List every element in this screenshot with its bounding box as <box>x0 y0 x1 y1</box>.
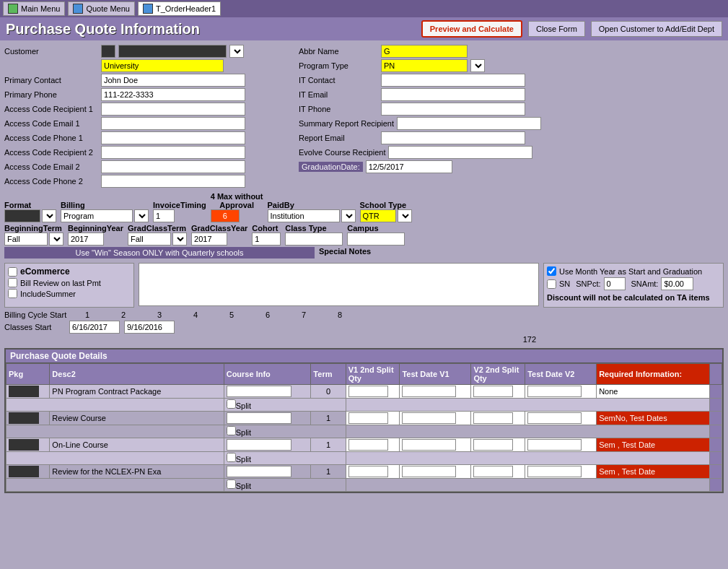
bill-review-checkbox-row: Bill Review on last Pmt <box>8 278 131 287</box>
billing-section: Billing ▼ <box>61 201 149 222</box>
sn-row: SN SNPct: SNAmt: <box>547 277 720 290</box>
school-type-dropdown[interactable]: ▼ <box>398 209 412 222</box>
col-term: Term <box>311 364 346 385</box>
col-v1-split: V1 2nd Split Qty <box>346 364 400 385</box>
tab-order-header[interactable]: T_OrderHeader1 <box>138 1 221 16</box>
classes-start-2-input[interactable] <box>124 321 175 334</box>
access-code-phone2-input[interactable] <box>101 175 245 188</box>
paid-by-input[interactable] <box>268 209 340 222</box>
tab-quote-menu[interactable]: Quote Menu <box>68 1 135 16</box>
special-notes-label: Special Notes <box>319 247 724 256</box>
ecommerce-panel: eCommerce Bill Review on last Pmt Includ… <box>4 263 134 308</box>
access-code-recipient1-input[interactable] <box>101 103 245 116</box>
format-dropdown[interactable]: ▼ <box>42 209 56 222</box>
ecommerce-checkbox[interactable] <box>8 267 17 277</box>
beginning-year-input[interactable] <box>68 233 104 246</box>
paid-by-dropdown[interactable]: ▼ <box>341 209 356 222</box>
v2-split-input-2[interactable] <box>473 439 513 451</box>
snamt-input[interactable] <box>661 277 693 290</box>
grad-date-input[interactable] <box>366 160 452 173</box>
test-date-v2-input-3[interactable] <box>527 466 582 477</box>
school-type-input[interactable] <box>360 209 396 222</box>
paid-by-section: PaidBy ▼ <box>268 201 356 222</box>
customer-name-input[interactable] <box>118 45 227 58</box>
v1-split-input-2[interactable] <box>348 439 388 451</box>
v1-split-input-1[interactable] <box>348 412 388 424</box>
customer-id-input[interactable] <box>101 45 115 58</box>
course-info-input-0[interactable] <box>227 386 291 397</box>
campus-input[interactable] <box>347 233 405 246</box>
invoice-timing-input[interactable] <box>153 209 175 222</box>
access-code-recipient2-row: Access Code Recipient 2 <box>4 146 293 159</box>
include-summer-checkbox[interactable] <box>8 289 17 298</box>
beginning-term-dropdown[interactable]: ▼ <box>49 233 63 246</box>
it-phone-input[interactable] <box>381 103 525 116</box>
required-cell-2: Sem , Test Date <box>597 438 710 452</box>
cohort-input[interactable] <box>252 233 281 246</box>
split-checkbox-0[interactable] <box>227 399 236 409</box>
snpct-input[interactable] <box>604 277 626 290</box>
test-date-v2-input-1[interactable] <box>527 412 582 424</box>
evolve-course-row: Evolve Course Recipient <box>299 146 724 159</box>
beginning-term-input[interactable] <box>4 233 48 246</box>
preview-calculate-button[interactable]: Preview and Calculate <box>421 20 522 38</box>
grad-class-year-input[interactable] <box>191 233 227 246</box>
access-code-email1-input[interactable] <box>101 117 245 130</box>
grad-class-term-dropdown[interactable]: ▼ <box>172 233 187 246</box>
test-date-v1-input-2[interactable] <box>402 439 456 451</box>
close-form-button[interactable]: Close Form <box>528 21 585 37</box>
program-type-input[interactable] <box>381 59 468 72</box>
order-header-icon <box>143 4 153 14</box>
test-date-v2-input-0[interactable] <box>527 386 582 397</box>
split-checkbox-2[interactable] <box>227 453 236 462</box>
it-email-input[interactable] <box>381 88 525 101</box>
tab-main-menu[interactable]: Main Menu <box>3 1 65 16</box>
special-notes-input[interactable] <box>139 263 539 306</box>
tab-quote-menu-label: Quote Menu <box>86 4 130 13</box>
format-input[interactable] <box>4 209 40 222</box>
split-checkbox-1[interactable] <box>227 426 236 435</box>
access-code-phone1-input[interactable] <box>101 131 245 144</box>
evolve-course-input[interactable] <box>388 146 532 159</box>
v1-split-input-0[interactable] <box>348 386 388 397</box>
page-title: Purchase Quote Information <box>6 21 200 38</box>
test-date-v1-input-3[interactable] <box>402 466 456 477</box>
abbr-name-input[interactable] <box>381 45 468 58</box>
university-input[interactable] <box>101 59 224 72</box>
grad-class-term-input[interactable] <box>128 233 171 246</box>
course-info-input-3[interactable] <box>227 466 291 477</box>
discount-text: Discount will not be calculated on TA it… <box>547 293 720 302</box>
open-customer-button[interactable]: Open Customer to Add/Edit Dept <box>591 21 722 37</box>
required-cell-0: None <box>597 385 710 399</box>
v2-split-input-0[interactable] <box>473 386 513 397</box>
max-approval-input[interactable] <box>211 209 240 222</box>
primary-contact-input[interactable] <box>101 74 245 87</box>
summary-report-input[interactable] <box>397 117 541 130</box>
v2-split-input-1[interactable] <box>473 412 513 424</box>
it-contact-input[interactable] <box>381 74 525 87</box>
test-date-v1-input-1[interactable] <box>402 412 456 424</box>
it-phone-label: IT Phone <box>299 105 378 113</box>
bill-review-checkbox[interactable] <box>8 278 17 287</box>
billing-input[interactable] <box>61 209 133 222</box>
course-info-input-2[interactable] <box>227 439 291 451</box>
report-email-input[interactable] <box>381 131 525 144</box>
use-month-year-checkbox[interactable] <box>547 266 556 276</box>
test-date-v1-input-0[interactable] <box>402 386 456 397</box>
test-date-v2-input-2[interactable] <box>527 439 582 451</box>
format-header: Format <box>4 201 56 209</box>
v2-split-input-3[interactable] <box>473 466 513 477</box>
v1-split-input-3[interactable] <box>348 466 388 477</box>
course-info-input-1[interactable] <box>227 412 291 424</box>
sn-checkbox[interactable] <box>547 279 556 289</box>
classes-start-1-input[interactable] <box>69 321 120 334</box>
split-checkbox-3[interactable] <box>227 479 236 489</box>
primary-phone-input[interactable] <box>101 88 245 101</box>
program-type-dropdown[interactable]: ▼ <box>470 59 485 72</box>
term-cell-2: 1 <box>326 440 330 449</box>
access-code-recipient2-input[interactable] <box>101 146 245 159</box>
billing-dropdown[interactable]: ▼ <box>134 209 149 222</box>
class-type-input[interactable] <box>285 233 343 246</box>
customer-dropdown[interactable]: ▼ <box>229 45 244 58</box>
access-code-email2-input[interactable] <box>101 160 245 173</box>
